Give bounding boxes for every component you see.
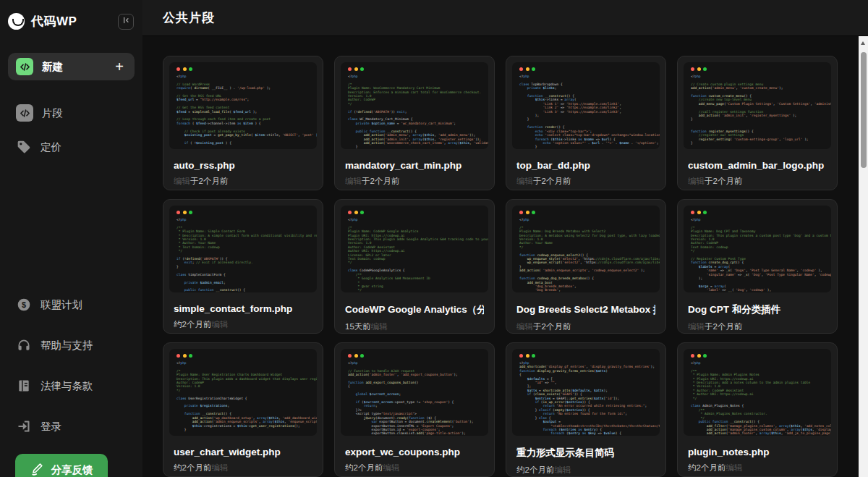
scrollbar-thumb[interactable] [861, 52, 867, 168]
code-preview: <?php /* Plugin Name: CodeWP Google Anal… [341, 206, 488, 292]
sidebar-item-affiliate[interactable]: $联盟计划 [8, 292, 135, 318]
code-text: <?php /* Plugin Name: Dog CPT and Taxono… [691, 218, 824, 292]
window-dots [519, 67, 652, 71]
code-preview: <?php class TopBarDropdown { private $li… [512, 62, 660, 149]
window-dot [532, 67, 535, 71]
sidebar-item-label: 联盟计划 [41, 298, 127, 312]
window-dot [526, 354, 529, 358]
window-dots [691, 211, 824, 214]
share-feedback-label: 分享反馈 [51, 463, 93, 477]
window-dot [348, 67, 352, 71]
code-text: <?php /* Plugin Name: CodeWP Google Anal… [348, 218, 481, 292]
snippet-title: 重力形式显示条目简码 [516, 447, 655, 460]
meta-time: 于2个月前 [362, 177, 399, 185]
brand-row: 代码WP [0, 0, 142, 41]
card-footer: custom_admin_bar_logo.php 编辑于2个月前 [678, 155, 837, 187]
snippet-card[interactable]: <?php /* Plugin Name: CodeWP Google Anal… [334, 199, 495, 334]
snippet-title: auto_rss.php [174, 160, 312, 171]
window-dot [189, 211, 192, 214]
meta-edited-label: 编辑 [516, 322, 533, 331]
sidebar-item-login[interactable]: 登录 [8, 413, 135, 439]
snippet-card[interactable]: <?php /* Plugin Name: Dog Breeds Metabox… [506, 199, 666, 334]
meta-time: 约2个月前 [345, 463, 383, 472]
window-dot [176, 211, 180, 214]
snippet-card[interactable]: <?php /* Plugin Name: User Registration … [163, 342, 323, 477]
share-feedback-button[interactable]: 分享反馈 [15, 454, 108, 477]
sidebar-item-new[interactable]: 新建+ [8, 53, 135, 80]
code-text: <?php /* Plugin Name: User Registration … [176, 361, 310, 436]
sidebar-item-label: 片段 [42, 106, 127, 120]
window-dot [691, 67, 694, 71]
snippet-meta: 编辑于2个月前 [688, 176, 827, 187]
card-footer: top_bar_dd.php 编辑于2个月前 [506, 155, 665, 187]
scroll-up-arrow[interactable] [861, 41, 865, 45]
snippet-card[interactable]: <?php /* Plugin Name: WooCommerce Mandat… [334, 56, 495, 190]
snippet-title: mandatory_cart_min.php [345, 160, 484, 171]
scrollbar[interactable] [859, 36, 868, 477]
snippet-card[interactable]: <?php /** * Plugin Name: Admin Plugins N… [677, 342, 838, 477]
snippet-title: Dog Breeds Select2 Metabox 插件 [516, 303, 655, 316]
sidebar-item-label: 法律与条款 [41, 379, 127, 393]
snippet-title: Dog CPT 和分类插件 [688, 303, 827, 316]
meta-edited-label: 编辑 [554, 465, 571, 474]
snippet-card[interactable]: <?php /** * Plugin Name: Simple Contact … [163, 199, 323, 334]
window-dot [703, 67, 707, 71]
code-preview: <?php // Load WordPress require( dirname… [169, 62, 317, 149]
meta-time: 于2个月前 [190, 177, 228, 185]
codewp-logo [8, 13, 25, 30]
svg-text:$: $ [22, 300, 26, 309]
sidebar-item-label: 帮助与支持 [41, 339, 127, 353]
code-text: <?php /** * Plugin Name: Admin Plugins N… [691, 361, 824, 436]
code-preview: <?php /* Plugin Name: Dog CPT and Taxono… [684, 206, 831, 292]
sidebar-item-legal[interactable]: 法律与条款 [8, 373, 135, 399]
window-dot [519, 67, 523, 71]
sidebar-item-label: 定价 [41, 140, 127, 154]
sidebar-footer-nav: $联盟计划帮助与支持法律与条款登录 分享反馈 [0, 292, 142, 477]
snippet-card[interactable]: <?php class TopBarDropdown { private $li… [506, 56, 666, 190]
code-icon [16, 58, 33, 75]
collapse-panel-icon [121, 15, 131, 28]
snippet-title: plugin_notes.php [688, 447, 827, 457]
legal-doc-icon [16, 378, 32, 394]
snippet-card[interactable]: <?php add_shortcode('display_gf_entries'… [506, 342, 666, 477]
sidebar-item-pricing[interactable]: 定价 [8, 134, 135, 160]
code-preview: <?php /** * Plugin Name: Simple Contact … [169, 206, 317, 292]
window-dot [703, 211, 707, 214]
card-footer: Dog Breeds Select2 Metabox 插件 编辑于2个月前 [506, 298, 665, 332]
sidebar-item-snippets[interactable]: 片段 [8, 99, 135, 127]
snippet-title: top_bar_dd.php [516, 160, 655, 171]
window-dot [354, 354, 358, 358]
window-dots [176, 67, 310, 71]
snippet-meta: 约2个月前编辑 [174, 319, 312, 330]
snippets-content: <?php // Load WordPress require( dirname… [142, 36, 868, 477]
window-dot [348, 211, 352, 214]
meta-time: 15天前 [345, 322, 371, 331]
meta-time: 约2个月前 [174, 320, 211, 329]
meta-edited-label: 编辑 [345, 177, 362, 185]
snippet-meta: 约2个月前编辑 [345, 463, 484, 473]
card-footer: auto_rss.php 编辑于2个月前 [163, 155, 323, 187]
snippet-card[interactable]: <?php // Function to handle AJAX request… [334, 342, 495, 477]
window-dots [176, 211, 310, 214]
code-icon [16, 104, 33, 122]
sidebar-item-help[interactable]: 帮助与支持 [8, 332, 135, 358]
snippet-meta: 编辑于2个月前 [345, 176, 484, 187]
window-dot [348, 354, 352, 358]
meta-time: 于2个月前 [533, 177, 571, 185]
snippet-title: user_chart_widget.php [174, 447, 312, 457]
sidebar-collapse-button[interactable] [118, 14, 134, 30]
snippet-meta: 编辑于2个月前 [688, 321, 827, 332]
snippet-card[interactable]: <?php // Create custom plugin settings m… [677, 56, 838, 190]
code-preview: <?php /* Plugin Name: WooCommerce Mandat… [341, 62, 488, 149]
window-dots [176, 354, 310, 358]
sidebar-item-label: 登录 [41, 420, 127, 434]
snippet-title: custom_admin_bar_logo.php [688, 160, 827, 171]
meta-time: 于2个月前 [705, 322, 742, 331]
brand-name: 代码WP [31, 13, 111, 30]
snippet-card[interactable]: <?php /* Plugin Name: Dog CPT and Taxono… [677, 199, 838, 334]
window-dot [183, 211, 187, 214]
code-preview: <?php // Create custom plugin settings m… [684, 62, 831, 149]
snippet-card[interactable]: <?php // Load WordPress require( dirname… [163, 56, 323, 190]
card-footer: mandatory_cart_min.php 编辑于2个月前 [335, 155, 494, 187]
code-text: <?php class TopBarDropdown { private $li… [519, 75, 652, 149]
